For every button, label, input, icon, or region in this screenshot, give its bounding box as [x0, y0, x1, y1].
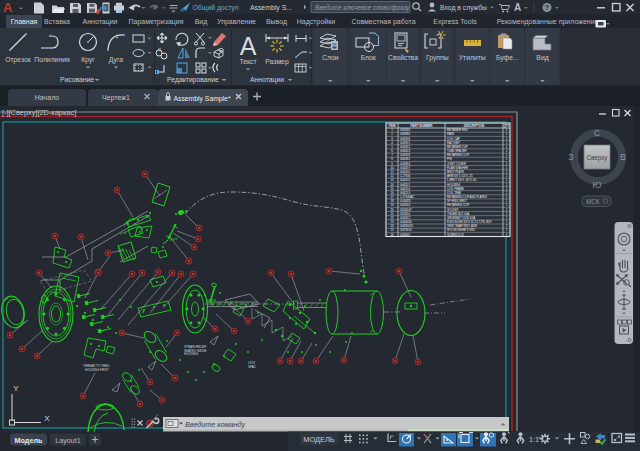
- svg-text:Вставка: Вставка: [44, 18, 70, 25]
- svg-text:Размер: Размер: [265, 58, 289, 66]
- svg-text:G44901: G44901: [400, 233, 410, 237]
- svg-text:Слои: Слои: [322, 54, 339, 61]
- svg-text:Аннотации: Аннотации: [83, 18, 118, 26]
- svg-text:Начало: Начало: [35, 94, 59, 101]
- svg-text:1:1: 1:1: [529, 435, 539, 444]
- svg-text:A: A: [514, 2, 521, 13]
- svg-text:Дуга: Дуга: [109, 56, 123, 64]
- svg-text:Layout1: Layout1: [55, 436, 81, 445]
- svg-text:Буфе...: Буфе...: [496, 54, 519, 62]
- svg-text:С: С: [594, 128, 601, 138]
- svg-text:Управление: Управление: [217, 18, 256, 26]
- svg-text:DESCRIPTION: DESCRIPTION: [464, 124, 485, 128]
- svg-text:Сверху: Сверху: [586, 154, 608, 162]
- svg-text:Главная: Главная: [11, 18, 38, 25]
- svg-text:Рекомендованные приложения: Рекомендованные приложения: [497, 18, 599, 26]
- svg-text:Вход в службы: Вход в службы: [440, 4, 487, 12]
- svg-text:HOUSING FIRST: HOUSING FIRST: [85, 368, 109, 372]
- svg-text:HOUSING: HOUSING: [184, 352, 199, 356]
- svg-text:Введите ключевое слово/фразу: Введите ключевое слово/фразу: [315, 4, 410, 12]
- svg-text:Надстройки: Надстройки: [297, 18, 335, 26]
- svg-text:Свойства: Свойства: [388, 54, 418, 61]
- svg-text:МОДЕЛЬ: МОДЕЛЬ: [303, 435, 335, 444]
- svg-text:A: A: [3, 0, 13, 15]
- svg-text:Чертеж1: Чертеж1: [102, 94, 130, 102]
- svg-text:Блок: Блок: [361, 54, 376, 61]
- svg-text:З: З: [568, 152, 573, 162]
- svg-text:?: ?: [545, 4, 549, 11]
- svg-text:ITEM: ITEM: [388, 124, 396, 128]
- svg-text:Редактирование: Редактирование: [167, 76, 219, 84]
- svg-text:Совместная работа: Совместная работа: [351, 18, 415, 26]
- svg-text:Полилиния: Полилиния: [34, 56, 70, 63]
- svg-text:SPAC: SPAC: [248, 365, 257, 369]
- svg-text:Общий доступ: Общий доступ: [193, 4, 240, 12]
- svg-text:Отрезок: Отрезок: [5, 56, 31, 64]
- svg-text:МСК: МСК: [586, 198, 600, 205]
- svg-text:Модель: Модель: [15, 436, 43, 445]
- svg-text:Аннотации: Аннотации: [250, 76, 284, 84]
- svg-text:Вывод: Вывод: [266, 18, 287, 26]
- svg-text:X: X: [44, 414, 50, 423]
- svg-text:Группы: Группы: [426, 54, 449, 62]
- svg-text:Вид: Вид: [195, 18, 208, 26]
- svg-text:Параметризация: Параметризация: [128, 18, 183, 26]
- svg-text:A: A: [240, 32, 257, 60]
- svg-text:Рисование: Рисование: [60, 76, 94, 83]
- svg-text:Assembly S...: Assembly S...: [250, 4, 292, 12]
- svg-text:Assembly Sample*: Assembly Sample*: [174, 95, 231, 103]
- svg-text:o: o: [158, 46, 161, 52]
- svg-text:SCREW 8-32: SCREW 8-32: [447, 233, 464, 237]
- svg-text:Y: Y: [13, 384, 19, 393]
- svg-text:Ю: Ю: [592, 180, 601, 190]
- svg-text:26: 26: [390, 233, 394, 237]
- svg-text:Express Tools: Express Tools: [433, 18, 477, 26]
- svg-text:Утилиты: Утилиты: [459, 54, 486, 61]
- svg-text:Круг: Круг: [81, 56, 95, 64]
- svg-text:Введите команду: Введите команду: [185, 420, 245, 429]
- svg-text:Вид: Вид: [536, 54, 548, 62]
- svg-text:В: В: [620, 152, 626, 162]
- svg-text:Текст: Текст: [239, 58, 256, 65]
- svg-text:[-][Сверху][2D-каркас]: [-][Сверху][2D-каркас]: [2, 108, 76, 117]
- svg-text:QTY: QTY: [503, 124, 509, 128]
- svg-text:PART NUMBER: PART NUMBER: [411, 124, 434, 128]
